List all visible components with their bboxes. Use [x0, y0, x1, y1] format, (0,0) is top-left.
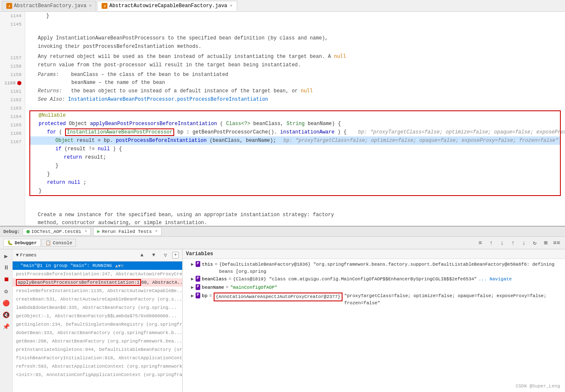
code-line-1160: Object result = bp. postProcessBeforeIns… — [30, 136, 560, 145]
frame-item-10[interactable]: getBean:208, AbstractBeanFactory (org.sp… — [13, 337, 182, 345]
code-line-1166: } — [30, 187, 560, 195]
tool-btn-step-into[interactable]: ↓ — [497, 238, 507, 248]
frames-main-label: Frames — [20, 253, 37, 258]
debugger-panel-tab[interactable]: 🐛 Debugger — [3, 239, 41, 247]
bp-expand[interactable]: ▶ — [191, 293, 194, 300]
frame-item-main[interactable]: ✓ "main"@1 in group "main": RUNNING ▲▼▽ — [13, 261, 182, 270]
tab-close-2[interactable]: × — [230, 3, 233, 8]
frame-item-14[interactable]: <init>:93, AnnotationConfigApplicationCo… — [13, 371, 182, 379]
tool-btn-watches[interactable]: ⊞ — [541, 238, 551, 248]
line-gutter: 1144 1145 1157 1158 1159 1160 1161 1162 … — [0, 12, 25, 226]
ln-1163: 1163 — [0, 104, 25, 112]
doc-params: Params: beanClass – the class of the bea… — [38, 71, 557, 79]
tool-btn-step-over[interactable]: ↑ — [486, 238, 496, 248]
frames-filter-icon[interactable]: ▽ — [160, 250, 170, 260]
code-line-1158: protected Object applyBeanPostProcessors… — [30, 120, 560, 128]
ln-1157: 1157 — [0, 54, 25, 62]
doc-returns: Returns: the bean object to use instead … — [38, 87, 557, 95]
debug-tab1-close[interactable]: × — [84, 229, 87, 234]
tab-close-1[interactable]: × — [89, 3, 92, 8]
frames-list: ✓ "main"@1 in group "main": RUNNING ▲▼▽ … — [13, 261, 182, 392]
ln-1145: 1145 — [0, 20, 25, 29]
variables-header: Variables — [183, 249, 565, 259]
frame-item-4[interactable]: resolveBeforeInstantiation:1135, Abstrac… — [13, 287, 182, 295]
debug-tools-bar: 🐛 Debugger 📋 Console ≡ ↑ ↓ ↑ ↓ ↻ ⊞ ≡≡ — [0, 237, 565, 249]
tab-abstract-autowire[interactable]: J AbstractAutowireCapableBeanFactory.jav… — [97, 1, 237, 11]
doc-line1: Apply InstantiationAwareBeanPostProcesso… — [38, 34, 557, 42]
code-line-1144: } — [29, 12, 565, 20]
tool-btn-menu[interactable]: ≡ — [475, 238, 485, 248]
code-line-1145 — [29, 20, 565, 29]
sidebar-settings-icon[interactable]: ⚙ — [1, 286, 11, 296]
ln-1160: 1160 — [0, 79, 25, 87]
doc-method-code: postProcessBeforeInstantiation — [83, 43, 174, 49]
watermark: CSDN @Super_Leng — [515, 384, 560, 389]
tool-btn-run-cursor[interactable]: ↓ — [519, 238, 529, 248]
frame-item-11[interactable]: preInstantiateSingletons:944, DefaultLis… — [13, 345, 182, 354]
navigate-link[interactable]: ... Navigate — [479, 276, 512, 283]
debug-tab2-close[interactable]: × — [155, 229, 158, 234]
beanclass-expand[interactable]: ▶ — [191, 276, 194, 283]
doc-line4: return value from the post-processor wil… — [38, 61, 557, 69]
frame-item-12[interactable]: finishBeanFactoryInitialization:918, Abs… — [13, 354, 182, 362]
breakpoint-dot — [17, 81, 21, 85]
footer-doc: Create a new instance for the specified … — [29, 207, 565, 226]
tab-abstract-bean-factory[interactable]: J AbstractBeanFactory.java × — [2, 1, 96, 11]
ln-1144: 1144 — [0, 12, 25, 20]
debug-label: Debug: — [3, 229, 20, 234]
this-expand[interactable]: ▶ — [191, 261, 194, 268]
beanname-expand[interactable]: ▶ — [191, 284, 194, 291]
rerun-arrow-icon: ▶ — [97, 228, 100, 235]
frame-item-2[interactable]: postProcessBeforeInstantiation:247, Abst… — [13, 270, 182, 278]
frame-red-box: applyBeanPostProcessorsBeforeInstantiati… — [16, 279, 141, 286]
code-content: } Apply InstantiationAwareBeanPostProces… — [25, 12, 565, 226]
code-line-1167 — [29, 197, 565, 205]
frames-up-btn[interactable]: ▲ — [137, 250, 147, 260]
frames-add-btn[interactable]: + — [172, 252, 179, 259]
sidebar-resume-icon[interactable]: ▶ — [1, 251, 11, 261]
frame-item-9[interactable]: doGetBean:333, AbstractBeanFactory (org.… — [13, 329, 182, 337]
frames-top-bar: ▼ Frames ▲ ▼ ▽ + — [13, 249, 182, 261]
ln-1162: 1162 — [0, 96, 25, 104]
frames-down-btn[interactable]: ▼ — [149, 250, 159, 260]
tool-btn-restore[interactable]: ≡≡ — [552, 238, 562, 248]
tab-label-1: AbstractBeanFactory.java — [14, 3, 86, 9]
frame-item-3[interactable]: applyBeanPostProcessorsBeforeInstantiati… — [13, 278, 182, 287]
doc-line3: Any returned object will be used as the … — [38, 52, 557, 61]
debug-tab-rerun[interactable]: ▶ Rerun Failed Tests × — [93, 227, 161, 236]
debug-tab1-label: IOCTest_AOP.test01 — [31, 229, 81, 234]
tool-btn-evaluate[interactable]: ↻ — [530, 238, 540, 248]
sidebar-pin-icon[interactable]: 📌 — [1, 321, 11, 332]
ln-1166: 1166 — [0, 129, 25, 138]
debug-tab-ioc[interactable]: IOCTest_AOP.test01 × — [23, 228, 91, 235]
frame-item-6[interactable]: lambda$doGetBean$0:335, AbstractBeanFact… — [13, 303, 182, 312]
code-red-border-block: @Nullable protected Object applyBeanPost… — [29, 110, 561, 196]
tab-bar: J AbstractBeanFactory.java × J AbstractA… — [0, 0, 565, 12]
tab-label-2: AbstractAutowireCapableBeanFactory.java — [109, 3, 227, 9]
ln-1167: 1167 — [0, 138, 25, 146]
ln-1165: 1165 — [0, 121, 25, 129]
frame-item-5[interactable]: createBean:531, AbstractAutowireCapableB… — [13, 295, 182, 303]
frame-item-7[interactable]: getObject:-1, AbstractBeanFactory$$Lambd… — [13, 312, 182, 320]
sidebar-stop-icon[interactable]: ⏹ — [1, 274, 11, 285]
java-icon-1: J — [6, 3, 12, 9]
code-area: 1144 1145 1157 1158 1159 1160 1161 1162 … — [0, 12, 565, 226]
debug-panels: ▶ ⏸ ⏹ ⚙ 🔴 🔇 📌 ▼ Frames ▲ ▼ ▽ + — [0, 249, 565, 392]
var-item-beanname: ▶ P beanName = "mainConfigOfAOP" — [183, 284, 565, 292]
code-line-1164: } — [30, 170, 560, 178]
frame-item-13[interactable]: refresh:583, AbstractApplicationContext … — [13, 362, 182, 371]
var-item-beanclass: ▶ P beanClass = {Class@1819} "class com.… — [183, 275, 565, 284]
code-line-1163: } — [30, 162, 560, 170]
doc-line2: invoking their postProcessBeforeInstanti… — [38, 42, 557, 51]
ln-1164: 1164 — [0, 112, 25, 121]
debug-bar: Debug: IOCTest_AOP.test01 × ▶ Rerun Fail… — [0, 226, 565, 237]
sidebar-mute-icon[interactable]: 🔇 — [1, 310, 11, 320]
code-line-1161: if (result != null ) { — [30, 145, 560, 153]
sidebar-breakpoints-icon[interactable]: 🔴 — [1, 298, 11, 308]
tool-btn-step-out[interactable]: ↑ — [508, 238, 518, 248]
frame-item-8[interactable]: getSingleton:234, DefaultSingletonBeanRe… — [13, 320, 182, 329]
frames-filter-btn[interactable]: ▼ Frames — [16, 253, 37, 258]
sidebar-pause-icon[interactable]: ⏸ — [1, 263, 11, 273]
code-line-1157: @Nullable — [30, 111, 560, 120]
console-panel-tab[interactable]: 📋 Console — [42, 239, 76, 247]
